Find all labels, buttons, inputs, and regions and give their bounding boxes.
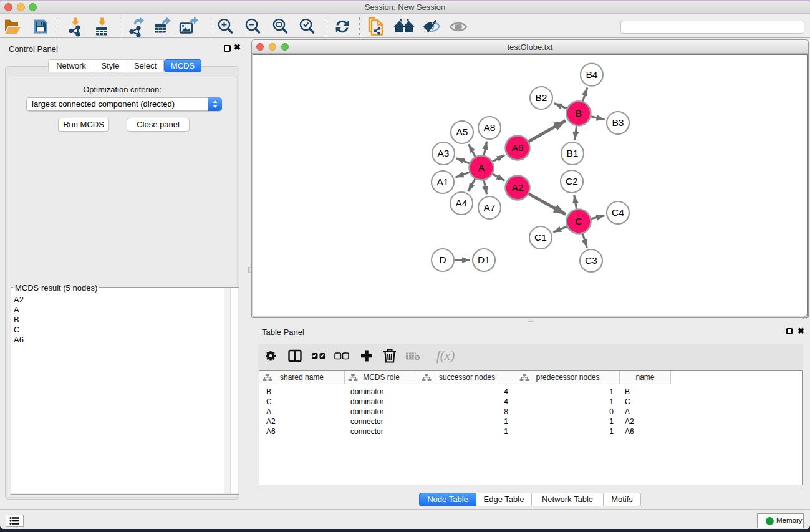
svg-text:A3: A3: [438, 148, 450, 158]
svg-text:A6: A6: [512, 142, 524, 153]
svg-text:B2: B2: [536, 92, 547, 103]
svg-text:B1: B1: [567, 148, 579, 158]
svg-text:A: A: [478, 162, 485, 173]
svg-text:A4: A4: [456, 198, 468, 208]
svg-text:D1: D1: [478, 254, 490, 265]
svg-text:A1: A1: [437, 177, 449, 187]
svg-text:C4: C4: [612, 207, 624, 218]
svg-text:B: B: [576, 108, 582, 118]
svg-text:D: D: [439, 254, 446, 265]
svg-text:C1: C1: [534, 232, 547, 243]
svg-text:C: C: [575, 216, 582, 226]
svg-text:f(x): f(x): [436, 348, 455, 363]
svg-text:A7: A7: [484, 202, 496, 213]
svg-text:A8: A8: [484, 122, 496, 133]
svg-text:B4: B4: [586, 69, 597, 80]
svg-text:B3: B3: [612, 117, 624, 128]
svg-text:C3: C3: [585, 255, 597, 266]
svg-text:A2: A2: [512, 182, 524, 193]
svg-text:C2: C2: [566, 176, 578, 186]
svg-text:A5: A5: [456, 127, 468, 137]
